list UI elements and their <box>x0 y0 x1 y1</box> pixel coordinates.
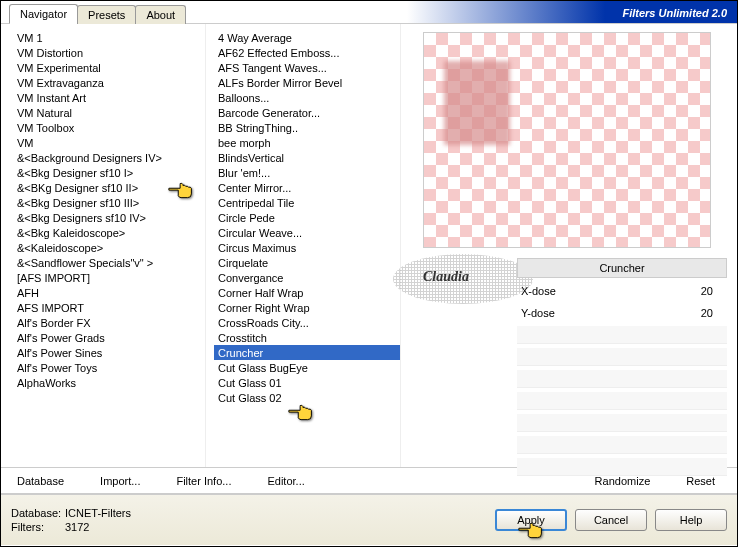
watermark-stamp: Claudia <box>393 254 533 304</box>
tab-navigator[interactable]: Navigator <box>9 4 78 24</box>
filter-item[interactable]: Crosstitch <box>214 330 400 345</box>
category-item[interactable]: VM Toolbox <box>13 120 205 135</box>
param-row[interactable]: Y-dose20 <box>517 304 727 322</box>
tab-about[interactable]: About <box>135 5 186 24</box>
filter-item[interactable]: Convergance <box>214 270 400 285</box>
category-item[interactable]: &<Bkg Kaleidoscope> <box>13 225 205 240</box>
filter-item[interactable]: CrossRoads City... <box>214 315 400 330</box>
filter-item[interactable]: BB StringThing.. <box>214 120 400 135</box>
param-empty-row <box>517 436 727 454</box>
filter-item[interactable]: AF62 Effected Emboss... <box>214 45 400 60</box>
filter-item[interactable]: Corner Half Wrap <box>214 285 400 300</box>
param-value: 20 <box>687 285 717 297</box>
category-item[interactable]: VM 1 <box>13 30 205 45</box>
cancel-button[interactable]: Cancel <box>575 509 647 531</box>
category-item[interactable]: Alf's Power Grads <box>13 330 205 345</box>
filter-list[interactable]: 4 Way AverageAF62 Effected Emboss...AFS … <box>206 24 400 460</box>
toolbar-database[interactable]: Database <box>9 471 72 491</box>
category-item[interactable]: &<Background Designers IV> <box>13 150 205 165</box>
filter-item[interactable]: Cut Glass 02 <box>214 390 400 405</box>
toolbar-editor[interactable]: Editor... <box>259 471 312 491</box>
filter-item[interactable]: Balloons... <box>214 90 400 105</box>
category-item[interactable]: &<Bkg Designer sf10 I> <box>13 165 205 180</box>
category-item[interactable]: VM Experimental <box>13 60 205 75</box>
category-item[interactable]: VM Instant Art <box>13 90 205 105</box>
category-item[interactable]: &<Sandflower Specials"v" > <box>13 255 205 270</box>
param-label: X-dose <box>517 285 687 297</box>
category-item[interactable]: [AFS IMPORT] <box>13 270 205 285</box>
filter-item[interactable]: Cruncher <box>214 345 400 360</box>
param-empty-row <box>517 392 727 410</box>
tab-presets[interactable]: Presets <box>77 5 136 24</box>
category-item[interactable]: Alf's Power Toys <box>13 360 205 375</box>
filter-item[interactable]: Cut Glass BugEye <box>214 360 400 375</box>
category-item[interactable]: AFH <box>13 285 205 300</box>
toolbar-import[interactable]: Import... <box>92 471 148 491</box>
filter-item[interactable]: Center Mirror... <box>214 180 400 195</box>
param-label: Y-dose <box>517 307 687 319</box>
param-empty-row <box>517 348 727 366</box>
category-item[interactable]: VM Distortion <box>13 45 205 60</box>
filter-item[interactable]: Circle Pede <box>214 210 400 225</box>
filter-item[interactable]: bee morph <box>214 135 400 150</box>
preview-panel <box>423 32 711 248</box>
filter-item[interactable]: Corner Right Wrap <box>214 300 400 315</box>
apply-button[interactable]: Apply <box>495 509 567 531</box>
filter-item[interactable]: Barcode Generator... <box>214 105 400 120</box>
category-item[interactable]: AlphaWorks <box>13 375 205 390</box>
filter-item[interactable]: Centripedal Tile <box>214 195 400 210</box>
help-button[interactable]: Help <box>655 509 727 531</box>
current-filter-label: Cruncher <box>517 258 727 278</box>
category-item[interactable]: AFS IMPORT <box>13 300 205 315</box>
filter-item[interactable]: AFS Tangent Waves... <box>214 60 400 75</box>
filter-item[interactable]: Circular Weave... <box>214 225 400 240</box>
category-item[interactable]: VM Extravaganza <box>13 75 205 90</box>
filter-item[interactable]: ALFs Border Mirror Bevel <box>214 75 400 90</box>
status-filters-value: 3172 <box>65 520 89 534</box>
param-value: 20 <box>687 307 717 319</box>
filter-item[interactable]: Cirquelate <box>214 255 400 270</box>
category-item[interactable]: Alf's Border FX <box>13 315 205 330</box>
filter-item[interactable]: 4 Way Average <box>214 30 400 45</box>
category-list[interactable]: VM 1VM DistortionVM ExperimentalVM Extra… <box>1 24 205 460</box>
toolbar-filter-info[interactable]: Filter Info... <box>168 471 239 491</box>
status-info: Database:ICNET-Filters Filters:3172 <box>11 506 131 534</box>
category-item[interactable]: &<Bkg Designer sf10 III> <box>13 195 205 210</box>
filter-item[interactable]: Cut Glass 01 <box>214 375 400 390</box>
filter-item[interactable]: BlindsVertical <box>214 150 400 165</box>
param-empty-row <box>517 414 727 432</box>
filter-item[interactable]: Circus Maximus <box>214 240 400 255</box>
category-item[interactable]: &<Bkg Designers sf10 IV> <box>13 210 205 225</box>
filter-item[interactable]: Blur 'em!... <box>214 165 400 180</box>
status-database-value: ICNET-Filters <box>65 506 131 520</box>
tab-bar: Navigator Presets About <box>9 4 185 24</box>
category-item[interactable]: &<BKg Designer sf10 II> <box>13 180 205 195</box>
category-item[interactable]: Alf's Power Sines <box>13 345 205 360</box>
param-empty-row <box>517 326 727 344</box>
category-item[interactable]: &<Kaleidoscope> <box>13 240 205 255</box>
category-item[interactable]: VM Natural <box>13 105 205 120</box>
param-empty-row <box>517 370 727 388</box>
param-empty-row <box>517 458 727 476</box>
param-row[interactable]: X-dose20 <box>517 282 727 300</box>
category-item[interactable]: VM <box>13 135 205 150</box>
